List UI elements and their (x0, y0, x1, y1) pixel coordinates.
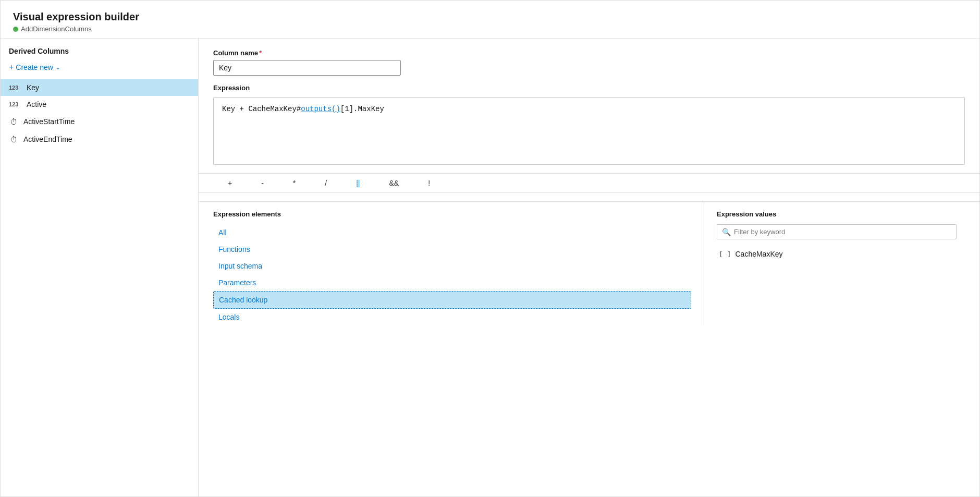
item-label-activeendtime: ActiveEndTime (23, 135, 72, 143)
sidebar-item-activestarttime[interactable]: ⏱ ActiveStartTime (1, 113, 198, 130)
type-badge-active: 123 (9, 101, 21, 107)
expr-plain-text: Key + CacheMaxKey# (222, 105, 301, 113)
filter-input[interactable] (717, 224, 957, 239)
header-subtitle: AddDimensionColumns (13, 25, 967, 33)
expression-editor[interactable]: Key + CacheMaxKey#outputs()[1].MaxKey (213, 97, 965, 165)
operator-multiply[interactable]: * (278, 177, 310, 189)
subtitle-text: AddDimensionColumns (21, 25, 92, 33)
operator-and[interactable]: && (374, 177, 413, 189)
array-icon: [ ] (719, 250, 731, 258)
clock-icon-activestarttime: ⏱ (9, 117, 18, 126)
app-title: Visual expression builder (13, 11, 967, 23)
expr-elem-parameters[interactable]: Parameters (213, 274, 691, 291)
clock-icon-activeendtime: ⏱ (9, 135, 18, 144)
expr-elem-functions[interactable]: Functions (213, 241, 691, 258)
expression-values-title: Expression values (717, 210, 965, 218)
expression-elements-panel: Expression elements All Functions Input … (213, 202, 704, 325)
expression-field: Expression Key + CacheMaxKey#outputs()[1… (213, 84, 965, 165)
sidebar: Derived Columns + Create new ⌄ 123 Key 1… (1, 39, 199, 496)
required-star: * (259, 49, 262, 57)
create-new-label: Create new (16, 63, 53, 71)
operator-not[interactable]: ! (413, 177, 445, 189)
type-badge-key: 123 (9, 84, 21, 91)
expression-values-panel: Expression values 🔍 [ ] CacheMaxKey (704, 202, 965, 325)
header: Visual expression builder AddDimensionCo… (1, 1, 979, 39)
sidebar-item-activeendtime[interactable]: ⏱ ActiveEndTime (1, 130, 198, 148)
bottom-section: Expression elements All Functions Input … (199, 201, 979, 325)
column-name-label: Column name* (213, 49, 965, 57)
search-icon: 🔍 (722, 228, 731, 236)
status-dot (13, 27, 18, 32)
item-label-activestarttime: ActiveStartTime (23, 117, 75, 126)
expr-link-outputs[interactable]: outputs() (301, 105, 340, 113)
right-panel: Column name* Expression Key + CacheMaxKe… (199, 39, 979, 496)
column-name-input[interactable] (213, 60, 401, 76)
main-content: Derived Columns + Create new ⌄ 123 Key 1… (1, 39, 979, 496)
expr-elem-all[interactable]: All (213, 224, 691, 241)
value-label: CacheMaxKey (735, 250, 782, 258)
operator-divide[interactable]: / (310, 177, 341, 189)
column-name-field: Column name* (213, 49, 965, 76)
expr-after-text: [1].MaxKey (340, 105, 384, 113)
expr-elem-locals[interactable]: Locals (213, 309, 691, 325)
sidebar-item-active[interactable]: 123 Active (1, 96, 198, 113)
chevron-down-icon: ⌄ (55, 64, 60, 71)
expression-label: Expression (213, 84, 965, 92)
operator-bar: + - * / || && ! (199, 173, 979, 193)
expression-elements-title: Expression elements (213, 210, 691, 218)
value-item-cachemaxkey[interactable]: [ ] CacheMaxKey (717, 246, 965, 262)
filter-input-wrap: 🔍 (717, 224, 965, 239)
sidebar-section-title: Derived Columns (1, 47, 198, 59)
operator-or[interactable]: || (341, 177, 374, 189)
expr-elem-cached-lookup[interactable]: Cached lookup (213, 291, 691, 309)
plus-icon: + (9, 63, 14, 72)
create-new-button[interactable]: + Create new ⌄ (1, 59, 198, 75)
operator-minus[interactable]: - (247, 177, 278, 189)
sidebar-item-key[interactable]: 123 Key (1, 79, 198, 96)
expr-elem-input-schema[interactable]: Input schema (213, 258, 691, 274)
item-label-key: Key (27, 83, 39, 92)
item-label-active: Active (27, 100, 46, 108)
app-container: Visual expression builder AddDimensionCo… (0, 0, 980, 497)
operator-plus[interactable]: + (213, 177, 247, 189)
